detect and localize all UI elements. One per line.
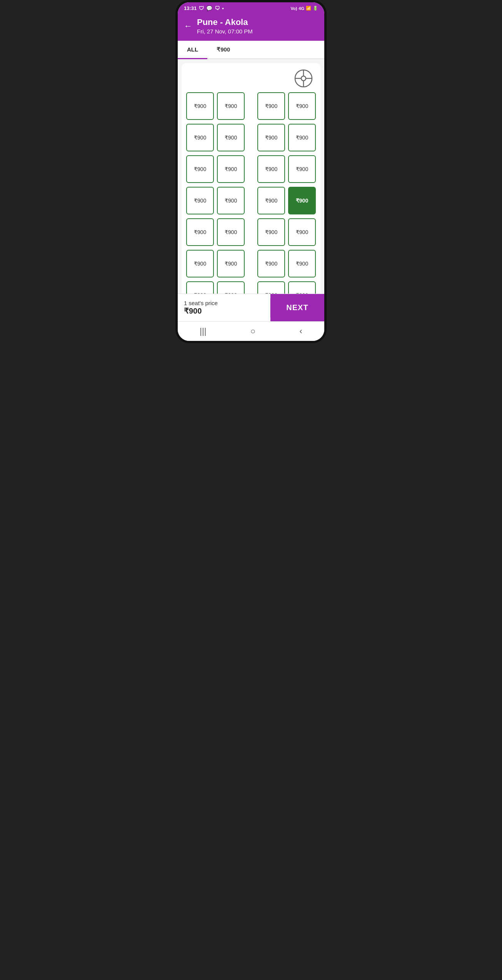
seat-group-right: ₹900 ₹900 bbox=[257, 218, 316, 246]
seat[interactable]: ₹900 bbox=[186, 250, 214, 277]
svg-point-1 bbox=[301, 76, 306, 81]
seat-group-left: ₹900 ₹900 bbox=[186, 92, 245, 120]
seat-group-left: ₹900 ₹900 bbox=[186, 124, 245, 151]
seat[interactable]: ₹900 bbox=[257, 124, 285, 151]
seat-row: ₹900 ₹900 ₹900 ₹900 bbox=[186, 250, 316, 277]
seat[interactable]: ₹900 bbox=[288, 218, 316, 246]
seat-map-card: ₹900 ₹900 ₹900 ₹900 ₹900 ₹900 bbox=[182, 63, 320, 294]
tab-all[interactable]: ALL bbox=[178, 41, 207, 58]
seat-row: ₹900 ₹900 ₹900 ₹900 bbox=[186, 124, 316, 151]
seat-group-right: ₹900 ₹900 bbox=[257, 155, 316, 183]
lte-icon: 4G bbox=[299, 6, 304, 11]
seat-map-container: ₹900 ₹900 ₹900 ₹900 ₹900 ₹900 bbox=[178, 59, 324, 294]
seat-group-right: ₹900 ₹900 bbox=[257, 187, 316, 214]
seat[interactable]: ₹900 bbox=[217, 218, 245, 246]
seat-group-left: ₹900 ₹900 bbox=[186, 250, 245, 277]
shield-icon: 🛡 bbox=[199, 5, 204, 11]
seat[interactable]: ₹900 bbox=[217, 250, 245, 277]
dot-icon: • bbox=[222, 5, 224, 11]
back-button[interactable]: ← bbox=[184, 21, 192, 31]
nav-menu-icon[interactable]: ||| bbox=[200, 326, 206, 336]
seat[interactable]: ₹900 bbox=[186, 187, 214, 214]
signal-icon: 📶 bbox=[306, 6, 311, 11]
seat[interactable]: ₹900 bbox=[257, 250, 285, 277]
status-right: Vo) 4G 📶 🔋 bbox=[290, 6, 318, 11]
seat[interactable]: ₹900 bbox=[217, 281, 245, 294]
seat-group-right: ₹900 ₹900 bbox=[257, 281, 316, 294]
seat[interactable]: ₹900 bbox=[186, 281, 214, 294]
status-left: 13:31 🛡 💬 🗨 • bbox=[184, 5, 224, 11]
seat[interactable]: ₹900 bbox=[257, 187, 285, 214]
chat-icon: 🗨 bbox=[215, 5, 220, 11]
seat-row: ₹900 ₹900 ₹900 ₹900 bbox=[186, 281, 316, 294]
seat-price-value: ₹900 bbox=[184, 306, 264, 316]
seat[interactable]: ₹900 bbox=[186, 218, 214, 246]
price-section: 1 seat's price ₹900 bbox=[178, 297, 270, 319]
whatsapp-icon: 💬 bbox=[206, 5, 212, 11]
seat[interactable]: ₹900 bbox=[257, 218, 285, 246]
seat-group-left: ₹900 ₹900 bbox=[186, 187, 245, 214]
seat-row: ₹900 ₹900 ₹900 ₹900 bbox=[186, 155, 316, 183]
nav-back-icon[interactable]: ‹ bbox=[299, 326, 302, 336]
seat[interactable]: ₹900 bbox=[257, 281, 285, 294]
seat-group-left: ₹900 ₹900 bbox=[186, 218, 245, 246]
seat[interactable]: ₹900 bbox=[288, 124, 316, 151]
seat[interactable]: ₹900 bbox=[186, 155, 214, 183]
phone-frame: 13:31 🛡 💬 🗨 • Vo) 4G 📶 🔋 ← Pune - Akola … bbox=[175, 0, 327, 343]
seat-group-right: ₹900 ₹900 bbox=[257, 124, 316, 151]
battery-icon: 🔋 bbox=[313, 6, 318, 11]
seat[interactable]: ₹900 bbox=[217, 155, 245, 183]
bottom-bar: 1 seat's price ₹900 NEXT bbox=[178, 294, 324, 321]
seat[interactable]: ₹900 bbox=[257, 92, 285, 120]
seat[interactable]: ₹900 bbox=[217, 124, 245, 151]
seat-selected[interactable]: ₹900 bbox=[288, 187, 316, 214]
steering-wheel bbox=[294, 69, 313, 88]
seat-row: ₹900 ₹900 ₹900 ₹900 bbox=[186, 218, 316, 246]
seat-group-right: ₹900 ₹900 bbox=[257, 92, 316, 120]
seat-price-label: 1 seat's price bbox=[184, 300, 264, 306]
route-title: Pune - Akola bbox=[197, 17, 253, 27]
nav-bar: ||| ○ ‹ bbox=[178, 321, 324, 341]
header: ← Pune - Akola Fri, 27 Nov, 07:00 PM bbox=[178, 13, 324, 41]
seat[interactable]: ₹900 bbox=[257, 155, 285, 183]
volte-icon: Vo) bbox=[290, 6, 297, 11]
seat-row: ₹900 ₹900 ₹900 ₹900 bbox=[186, 187, 316, 214]
seat-group-left: ₹900 ₹900 bbox=[186, 155, 245, 183]
seat-row: ₹900 ₹900 ₹900 ₹900 bbox=[186, 92, 316, 120]
seat[interactable]: ₹900 bbox=[288, 92, 316, 120]
seat[interactable]: ₹900 bbox=[186, 124, 214, 151]
nav-home-icon[interactable]: ○ bbox=[250, 326, 255, 336]
time: 13:31 bbox=[184, 5, 197, 11]
header-info: Pune - Akola Fri, 27 Nov, 07:00 PM bbox=[197, 17, 253, 35]
seat[interactable]: ₹900 bbox=[288, 250, 316, 277]
seats-grid: ₹900 ₹900 ₹900 ₹900 ₹900 ₹900 bbox=[186, 92, 316, 294]
seat[interactable]: ₹900 bbox=[288, 155, 316, 183]
trip-datetime: Fri, 27 Nov, 07:00 PM bbox=[197, 28, 253, 35]
seat[interactable]: ₹900 bbox=[288, 281, 316, 294]
tab-price[interactable]: ₹900 bbox=[207, 41, 239, 58]
seat[interactable]: ₹900 bbox=[217, 92, 245, 120]
next-button[interactable]: NEXT bbox=[270, 294, 324, 321]
tabs: ALL ₹900 bbox=[178, 41, 324, 59]
status-bar: 13:31 🛡 💬 🗨 • Vo) 4G 📶 🔋 bbox=[178, 2, 324, 13]
seat[interactable]: ₹900 bbox=[186, 92, 214, 120]
seat-group-right: ₹900 ₹900 bbox=[257, 250, 316, 277]
seat-group-left: ₹900 ₹900 bbox=[186, 281, 245, 294]
seat[interactable]: ₹900 bbox=[217, 187, 245, 214]
